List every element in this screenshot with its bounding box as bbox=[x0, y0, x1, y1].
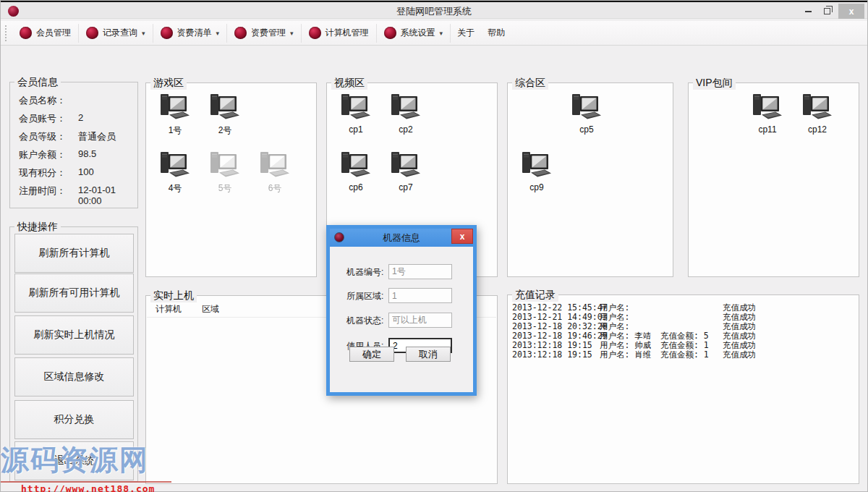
recharge-record: 2013-12-18 20:32:20 用户名: 充值成功 bbox=[508, 321, 859, 331]
recharge-panel: 充值记录 2013-12-22 15:45:47 用户名: 充值成功 2013-… bbox=[507, 294, 859, 484]
minimize-icon[interactable] bbox=[799, 4, 817, 19]
computer-item[interactable]: cp9 bbox=[516, 151, 557, 192]
computer-icon bbox=[340, 151, 372, 179]
computer-item[interactable]: cp7 bbox=[386, 151, 426, 192]
restore-icon[interactable] bbox=[817, 4, 836, 19]
computer-item[interactable]: cp5 bbox=[566, 93, 607, 135]
dialog-ok-button[interactable]: 确定 bbox=[349, 347, 394, 362]
dialog-titlebar[interactable]: 机器信息 x bbox=[330, 229, 473, 247]
toolbar-item-icon bbox=[234, 27, 247, 39]
dialog-field-label: 所属区域: bbox=[346, 290, 383, 302]
realtime-col-computer[interactable]: 计算机 bbox=[156, 303, 182, 315]
toolbar-item-icon bbox=[20, 27, 32, 39]
computer-icon bbox=[340, 93, 372, 121]
quick-op-button[interactable]: 刷新所有计算机 bbox=[14, 234, 134, 273]
recharge-datetime: 2013-12-18 19:46:29 bbox=[512, 331, 608, 341]
quick-ops-title: 快捷操作 bbox=[14, 221, 61, 234]
close-icon[interactable]: x bbox=[838, 4, 864, 19]
member-info-title: 会员信息 bbox=[14, 76, 61, 89]
toolbar-item[interactable]: 系统设置 ▾ bbox=[377, 24, 451, 43]
computer-icon bbox=[521, 151, 553, 179]
computer-item[interactable]: cp6 bbox=[336, 151, 376, 192]
computer-label: 4号 bbox=[155, 182, 195, 195]
computer-label: cp12 bbox=[797, 124, 838, 135]
computer-icon bbox=[752, 93, 783, 121]
computer-icon bbox=[209, 93, 241, 121]
computer-icon bbox=[159, 151, 191, 179]
computer-label: cp6 bbox=[336, 182, 376, 192]
computer-item[interactable]: 5号 bbox=[205, 151, 245, 195]
menu-item[interactable]: 关于 bbox=[451, 27, 481, 39]
computer-label: cp7 bbox=[386, 182, 426, 192]
window-title: 登陆网吧管理系统 bbox=[1, 5, 867, 18]
toolbar-item-icon bbox=[86, 27, 98, 39]
toolbar-item[interactable]: 资费管理 ▾ bbox=[227, 24, 302, 43]
dialog-field-input[interactable] bbox=[388, 288, 452, 303]
quick-op-button[interactable]: 区域信息修改 bbox=[14, 357, 134, 396]
recharge-record: 2013:12:18 19:15 用户名: 帅威 充值金额: 1 充值成功 bbox=[508, 340, 859, 349]
quick-op-button[interactable]: 刷新所有可用计算机 bbox=[14, 273, 134, 313]
quick-ops-panel: 快捷操作 刷新所有计算机刷新所有可用计算机刷新实时上机情况区域信息修改积分兑换退… bbox=[9, 226, 138, 482]
chevron-down-icon: ▾ bbox=[440, 30, 443, 37]
computer-label: cp11 bbox=[747, 124, 788, 135]
zone-game: 游戏区 1号 2号 bbox=[145, 82, 317, 277]
toolbar-item[interactable]: 资费清单 ▾ bbox=[153, 24, 228, 43]
machine-info-dialog: 机器信息 x 机器编号: 所属区域: 机器状态: 使用人员: 确定 取消 bbox=[326, 225, 477, 396]
member-info-panel: 会员信息 会员名称： 会员账号： 2 会员等级： 普通会员 账户余额： 98.5… bbox=[9, 82, 138, 208]
member-field-value: 12-01-01 00:00 bbox=[78, 184, 133, 206]
computer-item[interactable]: 1号 bbox=[155, 93, 195, 137]
member-field-value: 100 bbox=[78, 166, 94, 177]
computer-item[interactable]: cp12 bbox=[797, 93, 838, 135]
member-field-label: 账户余额： bbox=[19, 148, 66, 161]
computer-icon bbox=[571, 93, 603, 121]
titlebar: 登陆网吧管理系统 x bbox=[1, 1, 867, 19]
recharge-datetime: 2013-12-18 20:32:20 bbox=[512, 321, 608, 331]
dialog-cancel-button[interactable]: 取消 bbox=[406, 347, 451, 362]
member-field-value: 2 bbox=[78, 112, 83, 123]
dialog-close-icon[interactable]: x bbox=[451, 229, 473, 244]
recharge-datetime: 2013:12:18 19:15 bbox=[512, 349, 592, 360]
dialog-field-label: 机器状态: bbox=[346, 315, 383, 327]
member-field-label: 会员账号： bbox=[19, 112, 66, 125]
quick-op-button[interactable]: 刷新实时上机情况 bbox=[14, 315, 134, 355]
computer-label: 5号 bbox=[205, 182, 245, 195]
quick-op-button[interactable]: 积分兑换 bbox=[14, 400, 134, 439]
recharge-user: 用户名: 肖维 bbox=[600, 349, 651, 360]
computer-item[interactable]: 2号 bbox=[205, 93, 245, 137]
computer-label: cp9 bbox=[516, 182, 557, 192]
toolbar-item-icon bbox=[384, 27, 396, 39]
recharge-amount: 充值金额: 1 bbox=[660, 349, 709, 360]
computer-item[interactable]: cp1 bbox=[336, 93, 376, 135]
member-field-value: 普通会员 bbox=[78, 130, 116, 143]
computer-item[interactable]: cp11 bbox=[747, 93, 788, 135]
dialog-field-input[interactable] bbox=[388, 264, 452, 279]
toolbar-grip-icon bbox=[5, 25, 8, 41]
toolbar-item[interactable]: 会员管理 ▾ bbox=[12, 24, 79, 43]
computer-icon bbox=[209, 151, 241, 179]
member-field-label: 会员名称： bbox=[19, 94, 66, 107]
zone-vip: VIP包间 cp11 cp12 bbox=[688, 82, 859, 277]
member-field-label: 会员等级： bbox=[19, 130, 66, 143]
member-field-label: 现有积分： bbox=[19, 166, 66, 179]
quick-op-button[interactable]: 退出系统 bbox=[14, 441, 134, 480]
recharge-record: 2013-12-18 19:46:29 用户名: 李靖 充值金额: 5 充值成功 bbox=[508, 331, 859, 340]
computer-icon bbox=[390, 93, 422, 121]
app-window: 登陆网吧管理系统 x 会员管理 ▾ 记录查询 ▾ 资费清单 ▾ 资费管理 ▾ 计… bbox=[0, 0, 868, 492]
computer-label: 2号 bbox=[205, 124, 245, 137]
recharge-datetime: 2013:12:18 19:15 bbox=[512, 340, 592, 350]
toolbar-item[interactable]: 计算机管理 ▾ bbox=[302, 24, 377, 43]
toolbar-item[interactable]: 记录查询 ▾ bbox=[79, 24, 153, 43]
realtime-col-zone[interactable]: 区域 bbox=[202, 303, 219, 315]
computer-icon bbox=[801, 93, 833, 121]
computer-label: cp5 bbox=[566, 124, 607, 135]
computer-item[interactable]: cp2 bbox=[386, 93, 426, 135]
computer-label: 1号 bbox=[155, 124, 195, 137]
computer-label: cp1 bbox=[336, 124, 376, 135]
toolbar: 会员管理 ▾ 记录查询 ▾ 资费清单 ▾ 资费管理 ▾ 计算机管理 ▾ 系统设置… bbox=[1, 21, 867, 46]
toolbar-item-icon bbox=[161, 27, 173, 39]
recharge-datetime: 2013-12-22 15:45:47 bbox=[512, 302, 608, 313]
computer-item[interactable]: 6号 bbox=[255, 151, 295, 195]
computer-item[interactable]: 4号 bbox=[155, 151, 195, 195]
menu-item[interactable]: 帮助 bbox=[481, 27, 511, 39]
dialog-field-input[interactable] bbox=[388, 313, 452, 328]
